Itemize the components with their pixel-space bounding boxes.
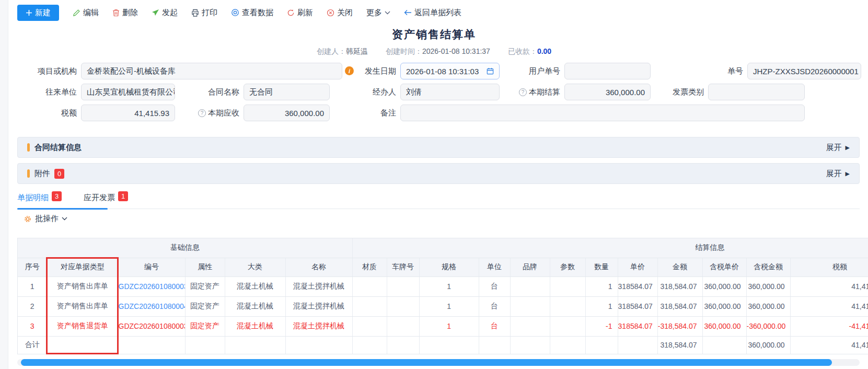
gear-icon xyxy=(24,215,32,223)
settle-label: ?本期结算 xyxy=(491,87,564,97)
table-row-negative: 3 资产销售退货单 GDZC202601080003 固定资产 混凝土机械 混凝… xyxy=(18,316,868,336)
invoice-type-input[interactable] xyxy=(708,84,805,100)
triangle-right-icon: ▶ xyxy=(846,170,850,177)
received-amount: 已收款：0.00 xyxy=(508,47,551,56)
group-settlement-info: 结算信息 xyxy=(352,238,868,258)
delete-button[interactable]: 删除 xyxy=(112,8,138,18)
triangle-right-icon: ▶ xyxy=(846,144,850,151)
settle-input[interactable]: 360,000.00 xyxy=(564,84,651,100)
creator: 创建人：韩延温 xyxy=(317,47,368,56)
table-row: 1 资产销售出库单 GDZC202601080003 固定资产 混凝土机械 混凝… xyxy=(18,276,868,296)
contract-input[interactable]: 无合同 xyxy=(244,84,330,100)
calendar-icon[interactable] xyxy=(487,67,494,75)
attachment-count-badge: 0 xyxy=(54,169,64,179)
toolbar: 新建 编辑 删除 发起 打印 查看数据 刷新 关闭 xyxy=(17,4,461,21)
field-date: 发生日期 2026-01-08 10:31:03 xyxy=(345,63,500,79)
user-no-input[interactable] xyxy=(564,63,651,79)
pencil-icon xyxy=(73,9,80,17)
doc-code-link[interactable]: GDZC202601080003 xyxy=(119,282,186,291)
invoice-type-label: 发票类别 xyxy=(652,87,708,97)
section-marker-icon xyxy=(27,169,30,178)
close-circle-icon xyxy=(327,9,334,17)
new-button-label: 新建 xyxy=(35,8,51,18)
batch-operations-button[interactable]: 批操作 xyxy=(24,214,67,224)
field-agent: 经办人 刘倩 xyxy=(345,84,500,100)
tax-input[interactable]: 41,415.93 xyxy=(81,105,175,121)
attachment-title: 附件 xyxy=(34,169,50,179)
project-input[interactable]: 金桥装配公司-机械设备库 xyxy=(81,63,342,79)
plus-icon xyxy=(26,9,32,16)
attachment-panel[interactable]: 附件 0 展开 ▶ xyxy=(17,163,860,184)
asset-sale-settlement-page: 新建 编辑 删除 发起 打印 查看数据 刷新 关闭 xyxy=(0,0,868,369)
table-column-header: 序号 对应单据类型 编号 属性 大类 名称 材质 车牌号 规格 单位 品牌 参数… xyxy=(18,258,868,276)
arrow-left-icon xyxy=(404,9,412,16)
more-button[interactable]: 更多 xyxy=(366,8,390,18)
field-partner: 往来单位 山东昊宜机械租赁有限公司 xyxy=(10,84,175,100)
tab-invoice[interactable]: 应开发票 1 xyxy=(84,190,128,209)
partner-input[interactable]: 山东昊宜机械租赁有限公司 xyxy=(81,84,175,100)
project-label: 项目或机构 xyxy=(10,66,81,76)
contract-settlement-panel[interactable]: 合同结算信息 展开 ▶ xyxy=(17,137,860,158)
table-group-header: 基础信息 结算信息 xyxy=(18,238,868,258)
printer-icon xyxy=(191,9,199,17)
question-icon: ? xyxy=(519,88,527,96)
partner-label: 往来单位 xyxy=(10,87,81,97)
view-data-button[interactable]: 查看数据 xyxy=(231,8,273,18)
edit-button[interactable]: 编辑 xyxy=(73,8,99,18)
field-settle: ?本期结算 360,000.00 xyxy=(491,84,651,100)
date-label: 发生日期 xyxy=(345,66,400,76)
section-marker-icon xyxy=(27,143,30,152)
remark-input[interactable] xyxy=(400,105,805,121)
doc-no-label: 单号 xyxy=(695,66,747,76)
chevron-down-icon xyxy=(385,11,390,15)
launch-button[interactable]: 发起 xyxy=(152,8,178,18)
tax-label: 税额 xyxy=(10,108,81,118)
field-doc-no: 单号 JHZP-ZXXSJSD20260000001 xyxy=(695,63,861,79)
horizontal-scrollbar-thumb[interactable] xyxy=(21,359,832,366)
chevron-down-icon xyxy=(62,217,67,221)
agent-input[interactable]: 刘倩 xyxy=(400,84,500,100)
field-invoice-type: 发票类别 xyxy=(652,84,805,100)
expand-attachment-button[interactable]: 展开 ▶ xyxy=(826,169,850,179)
detail-tabs: 单据明细 3 应开发票 1 xyxy=(17,190,860,209)
detail-table: 基础信息 结算信息 序号 对应单据类型 编号 属性 大类 名称 材质 车牌号 规… xyxy=(17,238,868,354)
expand-contract-button[interactable]: 展开 ▶ xyxy=(826,143,850,153)
field-project: 项目或机构 金桥装配公司-机械设备库 xyxy=(10,63,342,79)
field-user-no: 用户单号 xyxy=(502,63,651,79)
table-row: 2 资产销售出库单 GDZC202601080004 固定资产 混凝土机械 混凝… xyxy=(18,296,868,316)
doc-code-link[interactable]: GDZC202601080004 xyxy=(119,302,186,310)
receivable-input[interactable]: 360,000.00 xyxy=(244,105,330,121)
trash-icon xyxy=(112,9,120,17)
contract-label: 合同名称 xyxy=(188,87,244,97)
user-no-label: 用户单号 xyxy=(502,66,564,76)
new-button[interactable]: 新建 xyxy=(17,5,59,21)
send-icon xyxy=(152,9,159,16)
refresh-icon xyxy=(287,9,295,17)
question-icon: ? xyxy=(198,109,206,117)
agent-label: 经办人 xyxy=(345,87,400,97)
back-to-list-button[interactable]: 返回单据列表 xyxy=(404,8,461,18)
active-tab-underline xyxy=(17,208,108,210)
horizontal-scrollbar-track[interactable] xyxy=(17,359,860,366)
receivable-label: ?本期应收 xyxy=(170,108,244,118)
doc-code-link[interactable]: GDZC202601080003 xyxy=(119,322,186,330)
field-tax: 税额 41,415.93 xyxy=(10,105,175,121)
group-basic-info: 基础信息 xyxy=(18,238,352,258)
print-button[interactable]: 打印 xyxy=(191,8,217,18)
remark-label: 备注 xyxy=(345,108,400,118)
page-title: 资产销售结算单 xyxy=(0,27,868,42)
date-input[interactable]: 2026-01-08 10:31:03 xyxy=(400,63,500,79)
view-data-icon xyxy=(231,8,239,17)
created-time: 创建时间：2026-01-08 10:31:37 xyxy=(386,47,490,56)
tab-detail[interactable]: 单据明细 3 xyxy=(17,190,62,209)
doc-no-input[interactable]: JHZP-ZXXSJSD20260000001 xyxy=(747,63,861,79)
field-contract: 合同名称 无合同 xyxy=(188,84,330,100)
field-receivable: ?本期应收 360,000.00 xyxy=(170,105,330,121)
close-button[interactable]: 关闭 xyxy=(327,8,353,18)
refresh-button[interactable]: 刷新 xyxy=(287,8,313,18)
contract-settlement-title: 合同结算信息 xyxy=(34,143,82,153)
doc-meta: 创建人：韩延温 创建时间：2026-01-08 10:31:37 已收款：0.0… xyxy=(0,47,868,56)
table-total-row: 合计 318,584.07 360,000.00 41,415.93 xyxy=(18,336,868,354)
detail-count-badge: 3 xyxy=(52,191,62,201)
invoice-count-badge: 1 xyxy=(118,191,128,201)
